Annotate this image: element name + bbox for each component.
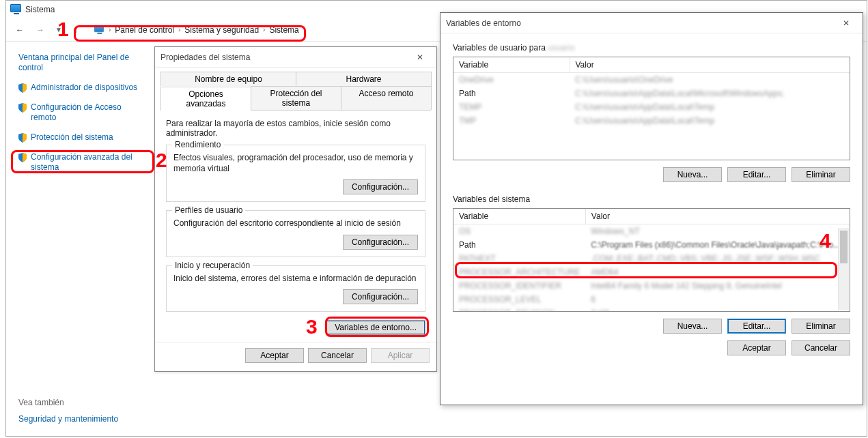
- group-legend: Rendimiento: [172, 140, 223, 149]
- apply-button: Aplicar: [371, 348, 430, 363]
- startup-settings-button[interactable]: Configuración...: [343, 289, 418, 304]
- dialog-titlebar: Propiedades del sistema ✕: [155, 47, 436, 68]
- forward-button[interactable]: →: [33, 23, 47, 37]
- history-dropdown[interactable]: ▼: [55, 26, 62, 33]
- dialog-title: Variables de entorno: [446, 18, 521, 28]
- group-performance: Rendimiento Efectos visuales, programaci…: [166, 145, 425, 202]
- ok-button[interactable]: Aceptar: [727, 340, 786, 355]
- tab-hardware[interactable]: Hardware: [296, 72, 432, 86]
- system-vars-buttons: Nueva... Editar... Eliminar: [453, 319, 850, 334]
- system-vars-label: Variables del sistema: [453, 194, 850, 204]
- tab-body-advanced: Para realizar la mayoría de estos cambio…: [155, 111, 436, 342]
- user-edit-button[interactable]: Editar...: [727, 167, 786, 182]
- system-vars-table[interactable]: Variable Valor OSWindows_NT PathC:\Progr…: [453, 208, 850, 312]
- environment-variables-dialog: Variables de entorno ✕ Variables de usua…: [440, 12, 863, 405]
- up-button[interactable]: ↑: [69, 23, 83, 37]
- breadcrumb-item-system[interactable]: Sistema: [269, 25, 298, 35]
- sidebar-link-advanced-settings[interactable]: Configuración avanzada del sistema: [18, 152, 148, 173]
- shield-icon: [18, 83, 27, 93]
- tab-system-protection[interactable]: Protección del sistema: [251, 86, 341, 110]
- dialog-title: Propiedades del sistema: [160, 53, 250, 62]
- group-desc: Configuración del escritorio correspondi…: [173, 218, 418, 229]
- breadcrumb-sep-icon: ›: [178, 26, 180, 33]
- shield-icon: [18, 103, 27, 113]
- system-new-button[interactable]: Nueva...: [663, 319, 722, 334]
- user-vars-label: Variables de usuario para usuario: [453, 43, 850, 53]
- username-blur: usuario: [548, 43, 574, 53]
- sidebar-link-label: Administrador de dispositivos: [31, 83, 137, 93]
- sidebar-link-system-protection[interactable]: Protección del sistema: [18, 132, 148, 143]
- system-var-row[interactable]: PROCESSOR_LEVEL6: [453, 293, 850, 306]
- ok-button[interactable]: Aceptar: [245, 348, 304, 363]
- system-var-row[interactable]: PROCESSOR_IDENTIFIERIntel64 Family 6 Mod…: [453, 279, 850, 293]
- user-vars-buttons: Nueva... Editar... Eliminar: [453, 167, 850, 182]
- breadcrumb-sep-icon: ›: [263, 26, 265, 33]
- breadcrumb[interactable]: › Panel de control › Sistema y seguridad…: [89, 22, 303, 38]
- system-var-row-path[interactable]: PathC:\Program Files (x86)\Common Files\…: [453, 238, 850, 252]
- admin-note: Para realizar la mayoría de estos cambio…: [166, 119, 425, 138]
- system-var-row[interactable]: OSWindows_NT: [453, 224, 850, 239]
- user-var-row[interactable]: TMPC:\Users\usuario\AppData\Local\Temp: [453, 114, 850, 128]
- sidebar-link-remote[interactable]: Configuración de Acceso remoto: [18, 102, 148, 123]
- environment-variables-button[interactable]: Variables de entorno...: [326, 320, 425, 335]
- col-variable[interactable]: Variable: [453, 57, 570, 73]
- col-value[interactable]: Valor: [585, 209, 850, 224]
- system-icon: [10, 4, 21, 15]
- performance-settings-button[interactable]: Configuración...: [343, 179, 418, 194]
- group-startup-recovery: Inicio y recuperación Inicio del sistema…: [166, 265, 425, 312]
- tab-computer-name[interactable]: Nombre de equipo: [160, 72, 296, 86]
- user-delete-button[interactable]: Eliminar: [792, 167, 850, 182]
- tab-remote[interactable]: Acceso remoto: [341, 86, 432, 110]
- user-new-button[interactable]: Nueva...: [663, 167, 722, 182]
- system-properties-dialog: Propiedades del sistema ✕ Nombre de equi…: [154, 46, 437, 372]
- sidebar: Ventana principal del Panel de control A…: [6, 42, 155, 436]
- shield-icon: [18, 153, 27, 162]
- breadcrumb-item-security[interactable]: Sistema y seguridad: [184, 25, 259, 35]
- sidebar-link-label: Protección del sistema: [31, 132, 113, 143]
- dialog-footer: Aceptar Cancelar Aplicar: [155, 342, 436, 371]
- shield-icon: [18, 133, 27, 143]
- group-legend: Inicio y recuperación: [172, 261, 253, 270]
- system-var-row[interactable]: PROCESSOR_REVISION8e09: [453, 306, 850, 312]
- tabstrip: Nombre de equipo Hardware Opciones avanz…: [160, 72, 431, 111]
- user-var-row[interactable]: TEMPC:\Users\usuario\AppData\Local\Temp: [453, 100, 850, 114]
- group-desc: Inicio del sistema, errores del sistema …: [173, 273, 418, 284]
- system-edit-button[interactable]: Editar...: [727, 319, 786, 334]
- back-button[interactable]: ←: [13, 23, 27, 37]
- see-also-heading: Vea también: [18, 398, 148, 407]
- col-variable[interactable]: Variable: [453, 209, 585, 224]
- group-user-profiles: Perfiles de usuario Configuración del es…: [166, 210, 425, 257]
- breadcrumb-sep-icon: ›: [109, 26, 111, 33]
- sidebar-link-device-manager[interactable]: Administrador de dispositivos: [18, 83, 148, 93]
- vertical-scrollbar[interactable]: [838, 228, 849, 310]
- user-var-row-path[interactable]: PathC:\Users\usuario\AppData\Local\Micro…: [453, 87, 850, 100]
- group-legend: Perfiles de usuario: [172, 205, 245, 215]
- system-var-row[interactable]: PROCESSOR_ARCHITECTUREAMD64: [453, 265, 850, 279]
- env-body: Variables de usuario para usuario Variab…: [440, 33, 863, 362]
- dialog-titlebar: Variables de entorno ✕: [440, 13, 863, 33]
- user-vars-label-text: Variables de usuario para: [453, 43, 546, 53]
- breadcrumb-item-panel[interactable]: Panel de control: [115, 25, 174, 35]
- group-desc: Efectos visuales, programación del proce…: [173, 152, 418, 174]
- col-value[interactable]: Valor: [570, 57, 850, 73]
- cancel-button[interactable]: Cancelar: [308, 348, 367, 363]
- tab-advanced[interactable]: Opciones avanzadas: [160, 87, 251, 111]
- close-icon[interactable]: ✕: [409, 50, 431, 64]
- system-var-row[interactable]: PATHEXT.COM;.EXE;.BAT;.CMD;.VBS;.VBE;.JS…: [453, 252, 850, 265]
- scrollbar-thumb[interactable]: [840, 231, 848, 263]
- system-delete-button[interactable]: Eliminar: [792, 319, 850, 334]
- cancel-button[interactable]: Cancelar: [792, 340, 850, 355]
- profiles-settings-button[interactable]: Configuración...: [343, 235, 418, 250]
- close-icon[interactable]: ✕: [835, 16, 857, 30]
- user-vars-table[interactable]: Variable Valor OneDriveC:\Users\usuario\…: [453, 57, 850, 160]
- window-title: Sistema: [25, 5, 55, 14]
- env-dialog-footer: Aceptar Cancelar: [453, 340, 850, 355]
- breadcrumb-icon: [94, 25, 104, 35]
- sidebar-link-security-maintenance[interactable]: Seguridad y mantenimiento: [18, 414, 148, 424]
- sidebar-link-home[interactable]: Ventana principal del Panel de control: [18, 53, 148, 73]
- sidebar-link-label: Configuración de Acceso remoto: [31, 102, 148, 123]
- user-var-row[interactable]: OneDriveC:\Users\usuario\OneDrive: [453, 73, 850, 87]
- sidebar-link-label: Configuración avanzada del sistema: [31, 152, 148, 173]
